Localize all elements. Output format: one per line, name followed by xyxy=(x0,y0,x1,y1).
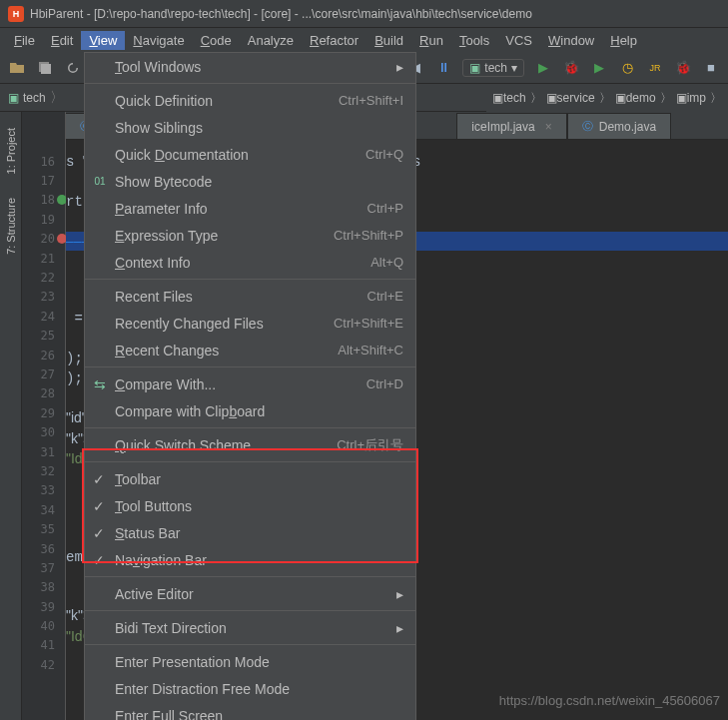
project-tool-window-button[interactable]: 1: Project xyxy=(5,128,17,174)
jrebel-icon[interactable]: JR xyxy=(646,59,664,77)
menu-item-recently-changed-files[interactable]: Recently Changed FilesCtrl+Shift+E xyxy=(85,310,415,337)
menu-item-label: Active Editor xyxy=(115,586,194,602)
menu-analyze[interactable]: Analyze xyxy=(240,31,302,50)
line-number: 40 xyxy=(22,616,65,635)
menu-run[interactable]: Run xyxy=(411,31,451,50)
line-number: 34 xyxy=(22,500,65,519)
close-tab-icon[interactable]: × xyxy=(545,120,552,134)
menu-item-context-info[interactable]: Context InfoAlt+Q xyxy=(85,249,415,276)
view-menu-dropdown: Tool Windows▸Quick DefinitionCtrl+Shift+… xyxy=(84,52,416,720)
menu-window[interactable]: Window xyxy=(540,31,602,50)
stop-icon[interactable]: 🐞 xyxy=(674,59,692,77)
chevron-right-icon: 〉 xyxy=(599,90,611,107)
menu-item-label: Quick Documentation xyxy=(115,147,249,163)
menu-item-enter-full-screen[interactable]: Enter Full Screen xyxy=(85,702,415,720)
run-icon[interactable]: ▶ xyxy=(534,59,552,77)
menu-tools[interactable]: Tools xyxy=(451,31,497,50)
shortcut-label: Ctrl+Shift+I xyxy=(339,93,403,108)
menu-item-navigation-bar[interactable]: ✓Navigation Bar xyxy=(85,546,415,573)
menu-item-recent-changes[interactable]: Recent ChangesAlt+Shift+C xyxy=(85,337,415,363)
menu-item-enter-distraction-free-mode[interactable]: Enter Distraction Free Mode xyxy=(85,675,415,702)
menu-item-label: Quick Definition xyxy=(115,93,213,109)
menu-item-label: Tool Windows xyxy=(115,59,201,75)
menu-item-enter-presentation-mode[interactable]: Enter Presentation Mode xyxy=(85,648,415,675)
editor-tab[interactable]: Ⓒ Demo.java xyxy=(567,113,671,139)
menu-item-label: Navigation Bar xyxy=(115,552,207,568)
menu-item-label: Quick Switch Scheme... xyxy=(115,437,263,453)
menu-item-show-bytecode[interactable]: 01Show Bytecode xyxy=(85,168,415,195)
menu-item-quick-documentation[interactable]: Quick DocumentationCtrl+Q xyxy=(85,141,415,168)
menu-build[interactable]: Build xyxy=(366,31,411,50)
structure-tool-window-button[interactable]: 7: Structure xyxy=(5,198,17,255)
menu-item-parameter-info[interactable]: Parameter InfoCtrl+P xyxy=(85,195,415,222)
menu-item-bidi-text-direction[interactable]: Bidi Text Direction▸ xyxy=(85,614,415,641)
menu-navigate[interactable]: Navigate xyxy=(125,31,192,50)
menu-separator xyxy=(85,366,415,367)
menu-vcs[interactable]: VCS xyxy=(497,31,540,50)
menu-help[interactable]: Help xyxy=(602,31,645,50)
menu-item-label: Parameter Info xyxy=(115,201,208,217)
breadcrumb-item[interactable]: ▣service xyxy=(546,91,595,105)
menu-item-tool-windows[interactable]: Tool Windows▸ xyxy=(85,53,415,80)
open-icon[interactable] xyxy=(8,59,26,77)
shortcut-label: Ctrl+Shift+E xyxy=(334,316,403,331)
chevron-right-icon: 〉 xyxy=(660,90,672,107)
check-icon: ✓ xyxy=(93,552,105,568)
shortcut-label: Alt+Q xyxy=(370,255,403,270)
coverage-icon[interactable]: ▶ xyxy=(590,59,608,77)
menu-edit[interactable]: Edit xyxy=(43,31,81,50)
menu-item-quick-definition[interactable]: Quick DefinitionCtrl+Shift+I xyxy=(85,87,415,114)
compare-icon: ⇆ xyxy=(91,376,109,392)
line-number: 20 xyxy=(22,230,65,249)
submenu-arrow-icon: ▸ xyxy=(396,586,403,602)
breadcrumb-item[interactable]: ▣imp xyxy=(676,91,706,105)
menu-item-status-bar[interactable]: ✓Status Bar xyxy=(85,519,415,546)
menu-separator xyxy=(85,610,415,611)
watermark: https://blog.csdn.net/weixin_45606067 xyxy=(499,693,720,708)
tab-label: iceImpl.java xyxy=(471,120,534,134)
menu-item-tool-buttons[interactable]: ✓Tool Buttons xyxy=(85,492,415,519)
chevron-right-icon: 〉 xyxy=(50,89,64,107)
bytecode-icon: 01 xyxy=(91,176,109,187)
run-config-selector[interactable]: ▣ tech ▾ xyxy=(462,59,524,77)
editor-tab[interactable]: iceImpl.java × xyxy=(456,113,566,139)
menu-file[interactable]: File xyxy=(6,31,43,50)
menu-code[interactable]: Code xyxy=(193,31,240,50)
line-number: 19 xyxy=(22,210,65,229)
menu-item-active-editor[interactable]: Active Editor▸ xyxy=(85,580,415,607)
menu-item-quick-switch-scheme[interactable]: Quick Switch Scheme...Ctrl+后引号 xyxy=(85,431,415,458)
menu-item-label: Show Siblings xyxy=(115,120,203,136)
profile-icon[interactable]: ◷ xyxy=(618,59,636,77)
stop2-icon[interactable]: ■ xyxy=(702,59,720,77)
line-number: 26 xyxy=(22,346,65,364)
refresh-icon[interactable] xyxy=(64,59,82,77)
menu-separator xyxy=(85,427,415,428)
menu-item-label: Expression Type xyxy=(115,228,218,244)
menu-item-compare-with[interactable]: ⇆Compare With...Ctrl+D xyxy=(85,370,415,397)
menu-item-expression-type[interactable]: Expression TypeCtrl+Shift+P xyxy=(85,222,415,249)
line-number: 17 xyxy=(22,171,65,190)
save-all-icon[interactable] xyxy=(36,59,54,77)
menu-item-show-siblings[interactable]: Show Siblings xyxy=(85,114,415,141)
menu-item-compare-with-clipboard[interactable]: Compare with Clipboard xyxy=(85,397,415,424)
pause-icon[interactable]: ⏸ xyxy=(434,59,452,77)
shortcut-label: Alt+Shift+C xyxy=(338,343,403,358)
tab-label: Demo.java xyxy=(599,120,656,134)
run-config-label: tech xyxy=(484,61,507,75)
menu-item-recent-files[interactable]: Recent FilesCtrl+E xyxy=(85,283,415,310)
line-number: 31 xyxy=(22,442,65,461)
line-number: 16 xyxy=(22,152,65,171)
menu-item-toolbar[interactable]: ✓Toolbar xyxy=(85,465,415,492)
menu-item-label: Status Bar xyxy=(115,525,180,541)
debug-icon[interactable]: 🐞 xyxy=(562,59,580,77)
breadcrumb-root[interactable]: ▣ tech xyxy=(8,91,46,105)
menu-refactor[interactable]: Refactor xyxy=(302,31,366,50)
breadcrumb-item[interactable]: ▣demo xyxy=(615,91,656,105)
line-number: 22 xyxy=(22,268,65,287)
breadcrumb-item[interactable]: ▣tech xyxy=(492,91,526,105)
menu-view[interactable]: View xyxy=(81,31,125,50)
line-number: 25 xyxy=(22,327,65,346)
line-number: 35 xyxy=(22,519,65,538)
menu-item-label: Context Info xyxy=(115,255,191,271)
line-number: 30 xyxy=(22,422,65,441)
